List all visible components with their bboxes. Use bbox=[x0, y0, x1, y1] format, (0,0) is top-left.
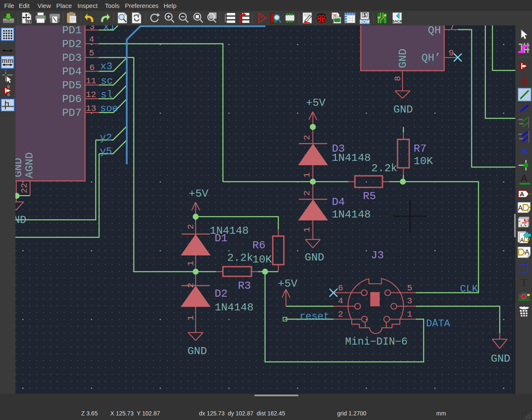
svg-text:2: 2 bbox=[338, 310, 343, 319]
svg-text:BACK: BACK bbox=[392, 19, 403, 23]
svg-text:R3: R3 bbox=[238, 280, 251, 292]
svg-text:R7: R7 bbox=[413, 142, 426, 155]
svg-text:PD5: PD5 bbox=[62, 79, 82, 92]
svg-text:D3: D3 bbox=[332, 142, 345, 155]
svg-text:7: 7 bbox=[450, 25, 455, 32]
svg-text:AGND: AGND bbox=[23, 152, 36, 178]
svg-text:4: 4 bbox=[338, 296, 343, 306]
svg-text:2.2k: 2.2k bbox=[371, 162, 397, 175]
svg-text:y5: y5 bbox=[100, 146, 112, 157]
svg-text:+5V: +5V bbox=[278, 278, 298, 290]
svg-text:1: 1 bbox=[186, 315, 196, 321]
svg-text:PD7: PD7 bbox=[62, 107, 82, 119]
svg-text:D2: D2 bbox=[214, 288, 227, 300]
svg-text:1: 1 bbox=[407, 310, 413, 319]
svg-text:2: 2 bbox=[302, 190, 312, 196]
svg-text:10K: 10K bbox=[252, 253, 272, 266]
svg-text:PD4: PD4 bbox=[62, 65, 82, 78]
svg-text:5: 5 bbox=[407, 283, 413, 293]
svg-text:GND: GND bbox=[15, 214, 26, 226]
svg-text:1: 1 bbox=[186, 261, 196, 266]
svg-text:sl: sl bbox=[101, 89, 113, 100]
svg-text:GND: GND bbox=[491, 352, 510, 365]
svg-text:PD2: PD2 bbox=[62, 38, 82, 50]
svg-text:3: 3 bbox=[407, 296, 413, 306]
svg-text:GND: GND bbox=[187, 345, 207, 358]
svg-text:2: 2 bbox=[186, 283, 196, 288]
svg-text:2: 2 bbox=[186, 224, 196, 230]
svg-text:4: 4 bbox=[89, 35, 94, 44]
svg-text:5: 5 bbox=[89, 48, 94, 58]
svg-text:PD1: PD1 bbox=[62, 25, 82, 37]
svg-text:22: 22 bbox=[20, 183, 29, 193]
svg-text:A: A bbox=[525, 248, 530, 256]
svg-text:reset: reset bbox=[299, 311, 329, 322]
svg-text:9: 9 bbox=[449, 48, 454, 58]
svg-text:1: 1 bbox=[302, 227, 312, 232]
svg-text:6: 6 bbox=[338, 283, 343, 293]
svg-text:11: 11 bbox=[86, 76, 96, 86]
svg-text:D1: D1 bbox=[214, 232, 227, 245]
svg-text:+5V: +5V bbox=[306, 97, 326, 109]
svg-text:y2: y2 bbox=[100, 132, 112, 143]
svg-text:sc: sc bbox=[101, 75, 113, 87]
svg-text:2.2k: 2.2k bbox=[227, 252, 253, 264]
svg-text:GND: GND bbox=[305, 251, 324, 264]
svg-text:12: 12 bbox=[86, 90, 96, 100]
svg-text:3: 3 bbox=[89, 25, 95, 32]
svg-text:A: A bbox=[520, 190, 525, 198]
svg-text:mm: mm bbox=[2, 57, 13, 64]
svg-text:GND: GND bbox=[397, 49, 409, 68]
svg-text:$: $ bbox=[363, 13, 366, 18]
svg-text:x3: x3 bbox=[100, 61, 112, 72]
svg-text:GND: GND bbox=[393, 103, 413, 116]
svg-text:PD6: PD6 bbox=[62, 93, 82, 105]
svg-text:D4: D4 bbox=[332, 196, 345, 208]
svg-text:R5: R5 bbox=[363, 190, 376, 202]
svg-text:13: 13 bbox=[86, 104, 96, 113]
svg-text:6: 6 bbox=[89, 63, 95, 72]
svg-text:A: A bbox=[520, 237, 524, 243]
svg-text:2: 2 bbox=[302, 135, 312, 140]
svg-text:J3: J3 bbox=[371, 249, 384, 262]
svg-text:1: 1 bbox=[302, 172, 312, 178]
svg-text:x1: x1 bbox=[103, 25, 115, 32]
svg-text:soe: soe bbox=[100, 103, 118, 114]
svg-text:BOM: BOM bbox=[360, 20, 369, 24]
svg-text:1N4148: 1N4148 bbox=[332, 208, 371, 221]
svg-text:QH: QH bbox=[428, 25, 441, 37]
svg-text:PD3: PD3 bbox=[62, 52, 82, 64]
svg-text:CLK: CLK bbox=[460, 283, 478, 295]
svg-text:8: 8 bbox=[393, 76, 403, 81]
svg-text:1N4148: 1N4148 bbox=[214, 301, 254, 314]
svg-text:DATA: DATA bbox=[426, 318, 450, 329]
svg-text:QH’: QH’ bbox=[421, 52, 441, 64]
svg-text:R6: R6 bbox=[252, 239, 265, 252]
svg-text:T: T bbox=[520, 276, 528, 289]
svg-text:Mini−DIN−6: Mini−DIN−6 bbox=[345, 336, 408, 348]
svg-text:A: A bbox=[518, 204, 523, 212]
svg-text:A: A bbox=[521, 172, 527, 184]
svg-text:10K: 10K bbox=[413, 155, 433, 168]
svg-text:+5V: +5V bbox=[189, 188, 209, 200]
